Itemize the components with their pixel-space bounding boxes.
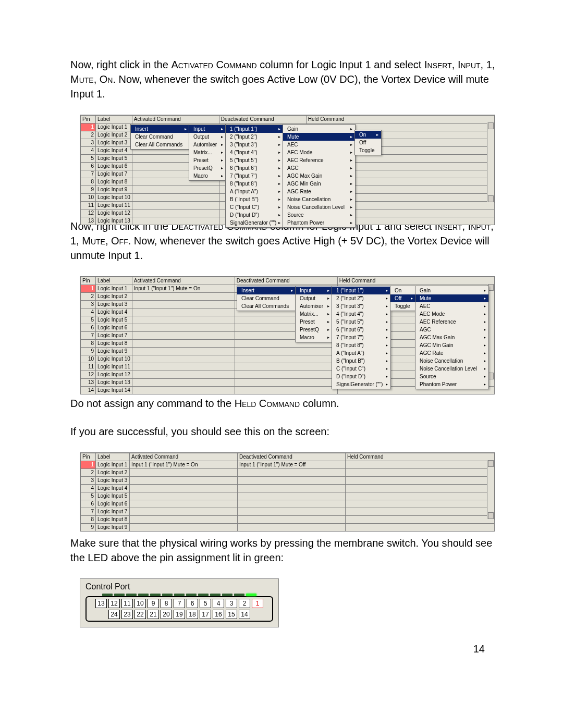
menu-item[interactable]: AGC — [415, 326, 488, 334]
menu-item[interactable]: Input — [296, 287, 332, 294]
menu-item[interactable]: Noise Cancellation — [415, 357, 488, 365]
menu-item[interactable]: Clear All Commands — [237, 302, 296, 310]
menu-item[interactable]: 1 ("Input 1") — [332, 287, 390, 294]
menu-item[interactable]: 8 ("Input 8") — [226, 180, 283, 188]
context-menu-4[interactable]: GainMuteAECAEC ModeAEC ReferenceAGCAGC M… — [415, 286, 489, 389]
menu-item[interactable]: A ("Input A") — [332, 349, 390, 357]
menu-item[interactable]: 2 ("Input 2") — [332, 294, 390, 302]
menu-item[interactable]: Mute — [283, 133, 355, 141]
screenshot-result-table: Pin Label Activated Command Deactivated … — [80, 452, 495, 520]
context-menu-1[interactable]: InsertClear CommandClear All Commands — [237, 286, 296, 311]
menu-item[interactable]: AEC Mode — [283, 149, 355, 156]
menu-item[interactable]: AGC Max Gain — [283, 172, 355, 180]
menu-item[interactable]: AEC Reference — [415, 318, 488, 326]
menu-item[interactable]: 6 ("Input 6") — [332, 326, 390, 334]
menu-item[interactable]: 5 ("Input 5") — [332, 318, 390, 326]
menu-item[interactable]: 7 ("Input 7") — [332, 334, 390, 341]
menu-item[interactable]: AGC Rate — [415, 349, 488, 357]
menu-item[interactable]: PresetQ — [189, 164, 226, 172]
menu-item[interactable]: Phantom Power — [415, 380, 488, 388]
menu-item[interactable]: AEC — [283, 141, 355, 149]
menu-item[interactable]: Clear All Commands — [131, 141, 189, 149]
menu-item[interactable]: Toggle — [390, 302, 415, 310]
menu-item[interactable]: 5 ("Input 5") — [226, 156, 283, 164]
pin-box: 5 — [200, 599, 211, 608]
menu-item[interactable]: On — [355, 131, 381, 139]
menu-item[interactable]: AGC — [283, 164, 355, 172]
menu-item[interactable]: SignalGenerator ("") — [332, 380, 390, 388]
menu-item[interactable]: Insert — [237, 287, 296, 294]
pin-box: 3 — [226, 599, 237, 608]
menu-item[interactable]: C ("Input C") — [226, 203, 283, 211]
menu-item[interactable]: Source — [283, 211, 355, 219]
menu-item[interactable]: 1 ("Input 1") — [226, 125, 283, 133]
context-menu-5[interactable]: OnOffToggle — [354, 130, 382, 155]
pin-box: 8 — [161, 599, 172, 608]
table-row: 5Logic Input 5 — [81, 492, 495, 500]
menu-item[interactable]: Insert — [131, 125, 189, 133]
menu-item[interactable]: AGC Min Gain — [283, 180, 355, 188]
menu-item[interactable]: Matrix... — [189, 149, 226, 156]
menu-item[interactable]: AEC Reference — [283, 156, 355, 164]
menu-item[interactable]: Gain — [415, 287, 488, 294]
menu-item[interactable]: AGC Rate — [283, 188, 355, 195]
menu-item[interactable]: 3 ("Input 3") — [332, 302, 390, 310]
context-menu-3[interactable]: 1 ("Input 1")2 ("Input 2")3 ("Input 3")4… — [225, 124, 284, 228]
menu-item[interactable]: Output — [189, 133, 226, 141]
led — [138, 594, 149, 596]
menu-item[interactable]: Noise Cancellation — [283, 195, 355, 203]
scrollbar[interactable] — [487, 460, 494, 519]
led — [222, 594, 232, 596]
menu-item[interactable]: 7 ("Input 7") — [226, 172, 283, 180]
context-menu-3[interactable]: 1 ("Input 1")2 ("Input 2")3 ("Input 3")4… — [332, 286, 391, 389]
led — [210, 594, 221, 596]
context-menu-2[interactable]: InputOutputAutomixerMatrix...PresetPrese… — [189, 124, 226, 181]
menu-item[interactable]: C ("Input C") — [332, 365, 390, 373]
menu-item[interactable]: On — [390, 287, 415, 294]
menu-item[interactable]: Preset — [296, 318, 332, 326]
menu-item[interactable]: 2 ("Input 2") — [226, 133, 283, 141]
menu-item[interactable]: Output — [296, 294, 332, 302]
scrollbar[interactable] — [487, 122, 494, 202]
menu-item[interactable]: Off — [355, 139, 381, 146]
menu-item[interactable]: Matrix... — [296, 310, 332, 318]
menu-item[interactable]: Automixer — [189, 141, 226, 149]
menu-item[interactable]: Preset — [189, 156, 226, 164]
menu-item[interactable]: Noise Cancellation Level — [283, 203, 355, 211]
menu-item[interactable]: Off — [390, 294, 415, 302]
menu-item[interactable]: AGC Max Gain — [415, 334, 488, 341]
menu-item[interactable]: Clear Command — [237, 294, 296, 302]
menu-item[interactable]: 6 ("Input 6") — [226, 164, 283, 172]
menu-item[interactable]: D ("Input D") — [226, 211, 283, 219]
menu-item[interactable]: 4 ("Input 4") — [226, 149, 283, 156]
menu-item[interactable]: Macro — [189, 172, 226, 180]
menu-item[interactable]: Automixer — [296, 302, 332, 310]
menu-item[interactable]: Noise Cancellation Level — [415, 365, 488, 373]
menu-item[interactable]: 3 ("Input 3") — [226, 141, 283, 149]
menu-item[interactable]: D ("Input D") — [332, 373, 390, 380]
menu-item[interactable]: Mute — [415, 294, 488, 302]
col-label: Label — [96, 116, 132, 124]
menu-item[interactable]: AEC Mode — [415, 310, 488, 318]
menu-item[interactable]: Clear Command — [131, 133, 189, 141]
menu-item[interactable]: Gain — [283, 125, 355, 133]
menu-item[interactable]: Input — [189, 125, 226, 133]
menu-item[interactable]: 8 ("Input 8") — [332, 341, 390, 349]
menu-item[interactable]: Source — [415, 373, 488, 380]
menu-item[interactable]: PresetQ — [296, 326, 332, 334]
menu-item[interactable]: Toggle — [355, 146, 381, 154]
menu-item[interactable]: AEC — [415, 302, 488, 310]
menu-item[interactable]: SignalGenerator ("") — [226, 219, 283, 227]
pin-box: 12 — [108, 599, 120, 608]
context-menu-2[interactable]: InputOutputAutomixerMatrix...PresetPrese… — [295, 286, 333, 342]
menu-item[interactable]: A ("Input A") — [226, 188, 283, 195]
context-menu-4[interactable]: GainMuteAECAEC ModeAEC ReferenceAGCAGC M… — [283, 124, 356, 228]
menu-item[interactable]: AGC Min Gain — [415, 341, 488, 349]
menu-item[interactable]: B ("Input B") — [226, 195, 283, 203]
menu-item[interactable]: B ("Input B") — [332, 357, 390, 365]
menu-item[interactable]: Macro — [296, 334, 332, 341]
menu-item[interactable]: Phantom Power — [283, 219, 355, 227]
context-menu-3b[interactable]: OnOffToggle — [390, 286, 416, 311]
context-menu-1[interactable]: InsertClear CommandClear All Commands — [130, 124, 190, 150]
menu-item[interactable]: 4 ("Input 4") — [332, 310, 390, 318]
